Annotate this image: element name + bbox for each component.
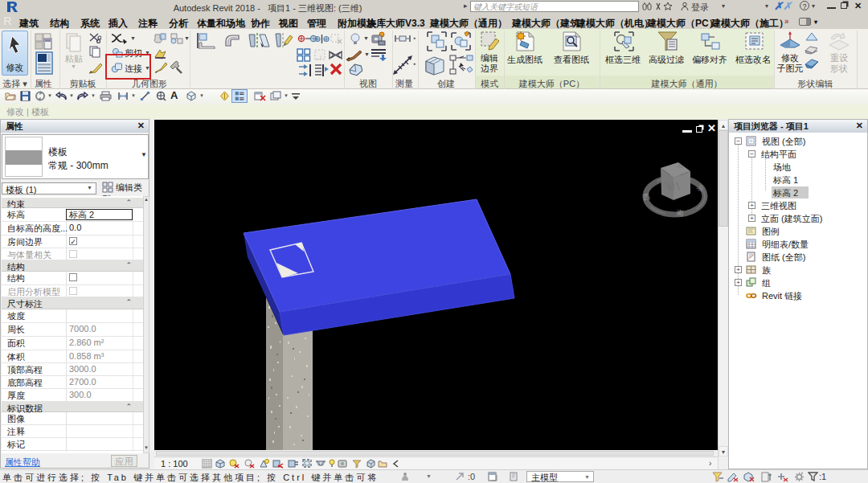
svg-text:南: 南	[676, 208, 684, 217]
svg-text:西: 西	[642, 192, 651, 202]
